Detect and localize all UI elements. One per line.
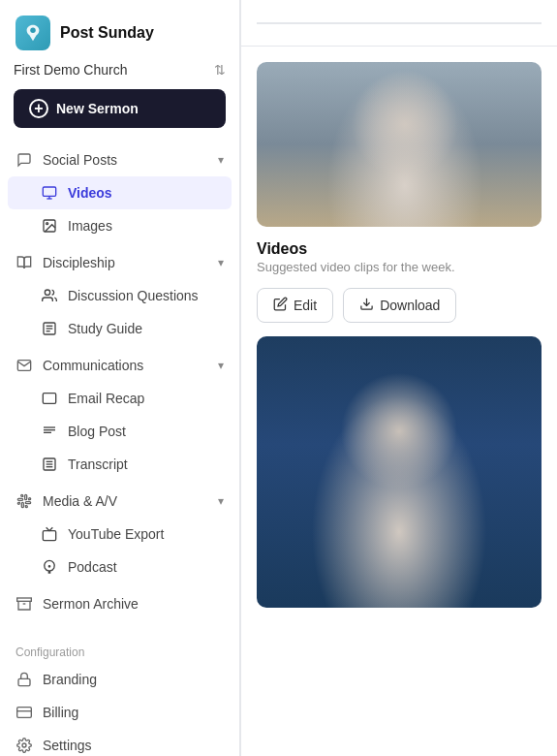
- transcript-icon: [41, 456, 58, 473]
- svg-point-5: [46, 223, 48, 225]
- nav-social-posts-left: Social Posts: [15, 151, 117, 169]
- communications-icon: [15, 357, 33, 374]
- edit-button[interactable]: Edit: [257, 288, 333, 323]
- social-posts-label: Social Posts: [43, 152, 117, 168]
- svg-point-19: [48, 566, 49, 567]
- nav-discipleship-header[interactable]: Discipleship ▾: [0, 246, 239, 279]
- nav-media-av-left: Media & A/V: [15, 492, 117, 510]
- download-icon: [359, 297, 374, 314]
- branding-icon: [15, 671, 33, 688]
- podcast-icon: [41, 558, 58, 576]
- thumbnail-image-2: [257, 336, 542, 608]
- sidebar-item-email-recap[interactable]: Email Recap: [0, 382, 239, 415]
- sidebar-item-branding[interactable]: Branding: [0, 663, 239, 696]
- church-selector-chevron-icon: ⇅: [214, 62, 226, 78]
- sidebar-item-settings[interactable]: Settings: [0, 729, 239, 756]
- sidebar-item-billing[interactable]: Billing: [0, 696, 239, 729]
- svg-point-0: [30, 28, 36, 34]
- sidebar-item-blog-post[interactable]: Blog Post: [0, 415, 239, 448]
- videos-label: Videos: [68, 185, 112, 201]
- communications-chevron-icon: ▾: [218, 359, 224, 372]
- thumbnail-image-1: [257, 62, 542, 227]
- discipleship-chevron-icon: ▾: [218, 256, 224, 269]
- discussion-questions-label: Discussion Questions: [68, 288, 199, 303]
- sidebar-item-images[interactable]: Images: [0, 209, 239, 242]
- app-title: Post Sunday: [60, 24, 154, 42]
- nav-communications-left: Communications: [15, 357, 143, 374]
- sidebar: Post Sunday First Demo Church ⇅ + New Se…: [0, 0, 240, 756]
- new-sermon-button[interactable]: + New Sermon: [14, 89, 226, 128]
- settings-label: Settings: [43, 738, 92, 753]
- svg-rect-23: [17, 708, 32, 718]
- sidebar-item-transcript[interactable]: Transcript: [0, 448, 239, 481]
- podcast-label: Podcast: [68, 559, 117, 575]
- video-thumbnail-1: [257, 62, 542, 227]
- social-posts-chevron-icon: ▾: [218, 153, 224, 167]
- study-guide-icon: [41, 320, 58, 337]
- download-label: Download: [380, 298, 440, 313]
- top-bar-divider: [257, 22, 542, 24]
- discipleship-icon: [15, 254, 33, 271]
- nav-section-communications: Communications ▾ Email Recap Blog Post: [0, 349, 239, 481]
- videos-section-title: Videos: [257, 240, 542, 258]
- blog-post-label: Blog Post: [68, 424, 126, 439]
- youtube-export-label: YouTube Export: [68, 526, 164, 542]
- settings-icon: [15, 737, 33, 754]
- communications-label: Communications: [43, 358, 143, 373]
- youtube-export-icon: [41, 525, 58, 543]
- download-button[interactable]: Download: [343, 288, 456, 323]
- email-recap-icon: [41, 390, 58, 407]
- billing-icon: [15, 704, 33, 721]
- action-buttons: Edit Download: [257, 288, 542, 323]
- email-recap-label: Email Recap: [68, 391, 144, 406]
- nav-media-av-header[interactable]: Media & A/V ▾: [0, 485, 239, 518]
- sidebar-item-study-guide[interactable]: Study Guide: [0, 312, 239, 345]
- transcript-label: Transcript: [68, 457, 128, 472]
- new-sermon-label: New Sermon: [56, 101, 139, 116]
- nav-section-social-posts: Social Posts ▾ Videos Images: [0, 143, 239, 242]
- svg-rect-1: [43, 187, 55, 196]
- nav-discipleship-left: Discipleship: [15, 254, 115, 271]
- nav-social-posts-header[interactable]: Social Posts ▾: [0, 143, 239, 176]
- video-thumbnail-2: [257, 336, 542, 608]
- images-icon: [41, 217, 58, 235]
- discipleship-label: Discipleship: [43, 255, 115, 270]
- main-content: Videos Suggested video clips for the wee…: [240, 0, 557, 756]
- logo-icon: [15, 16, 50, 50]
- sidebar-item-videos[interactable]: Videos: [8, 176, 232, 209]
- discussion-questions-icon: [41, 287, 58, 304]
- svg-point-25: [22, 743, 26, 747]
- sidebar-item-youtube-export[interactable]: YouTube Export: [0, 518, 239, 551]
- plus-circle-icon: +: [29, 99, 48, 118]
- media-av-icon: [15, 492, 33, 510]
- nav-section-discipleship: Discipleship ▾ Discussion Questions Stud…: [0, 246, 239, 345]
- billing-label: Billing: [43, 705, 78, 720]
- media-av-label: Media & A/V: [43, 493, 117, 509]
- media-av-chevron-icon: ▾: [218, 494, 224, 508]
- sidebar-item-sermon-archive[interactable]: Sermon Archive: [0, 587, 239, 620]
- svg-rect-18: [43, 531, 55, 541]
- blog-post-icon: [41, 423, 58, 440]
- sidebar-item-discussion-questions[interactable]: Discussion Questions: [0, 279, 239, 312]
- branding-label: Branding: [43, 672, 97, 687]
- top-bar: [241, 0, 557, 47]
- social-posts-icon: [15, 151, 33, 169]
- edit-label: Edit: [294, 298, 317, 313]
- sidebar-header: Post Sunday: [0, 0, 239, 62]
- content-inner: Videos Suggested video clips for the wee…: [241, 47, 557, 623]
- svg-rect-20: [17, 598, 32, 601]
- nav-section-media-av: Media & A/V ▾ YouTube Export Podcast: [0, 485, 239, 583]
- videos-section-subtitle: Suggested video clips for the week.: [257, 260, 542, 274]
- church-selector[interactable]: First Demo Church ⇅: [14, 62, 226, 78]
- study-guide-label: Study Guide: [68, 321, 142, 336]
- images-label: Images: [68, 218, 112, 234]
- svg-point-6: [45, 290, 49, 295]
- edit-icon: [273, 297, 288, 314]
- church-name: First Demo Church: [14, 62, 127, 78]
- videos-icon: [41, 184, 58, 202]
- sermon-archive-icon: [15, 595, 33, 613]
- sermon-archive-label: Sermon Archive: [43, 596, 139, 612]
- sidebar-item-podcast[interactable]: Podcast: [0, 551, 239, 583]
- config-section-label: Configuration: [0, 636, 239, 663]
- nav-communications-header[interactable]: Communications ▾: [0, 349, 239, 382]
